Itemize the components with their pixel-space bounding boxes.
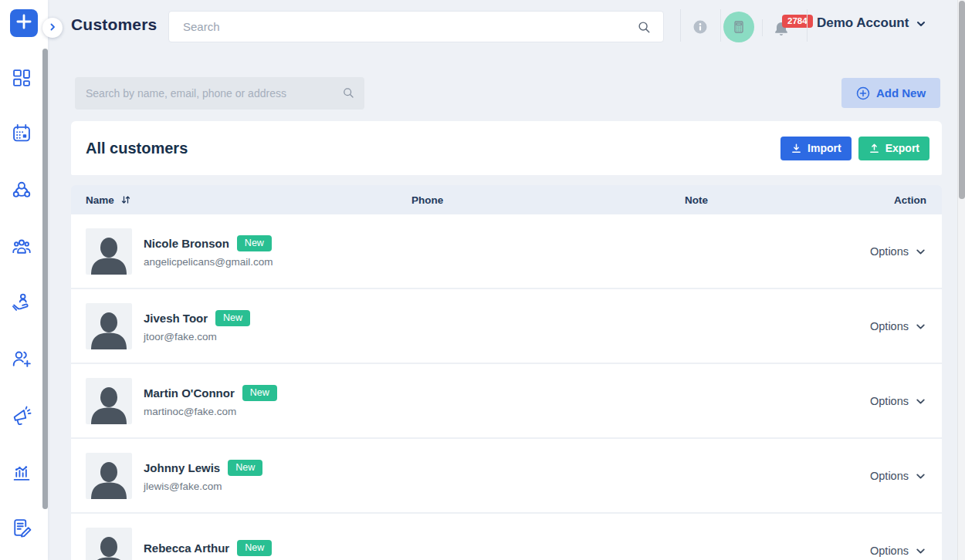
customer-filter-search bbox=[75, 77, 364, 110]
calculator-button[interactable] bbox=[723, 12, 754, 42]
sidebar-expand-button[interactable] bbox=[42, 18, 63, 38]
help-button[interactable] bbox=[693, 20, 707, 34]
panel-actions: Import Export bbox=[780, 137, 929, 160]
search-icon[interactable] bbox=[637, 20, 651, 34]
options-label: Options bbox=[870, 245, 909, 258]
options-dropdown[interactable]: Options bbox=[870, 245, 926, 258]
divider bbox=[807, 9, 808, 42]
sidebar-item-add-contact[interactable] bbox=[10, 347, 33, 370]
customer-info: Martin O'Connor New martinoc@fake.com bbox=[144, 385, 277, 417]
customer-name: Nicole Bronson bbox=[144, 237, 229, 250]
global-search-input[interactable] bbox=[169, 12, 663, 42]
chevron-right-icon bbox=[48, 22, 57, 34]
person-silhouette-icon bbox=[86, 228, 132, 275]
app-logo[interactable] bbox=[10, 9, 38, 37]
plus-circle-icon bbox=[856, 86, 870, 100]
customer-email: angelicpelicans@gmail.com bbox=[144, 256, 273, 268]
options-dropdown[interactable]: Options bbox=[870, 319, 926, 332]
sidebar-item-calendar[interactable] bbox=[10, 122, 33, 145]
panel-title: All customers bbox=[86, 140, 188, 157]
plus-logo-icon bbox=[14, 12, 34, 35]
chevron-down-icon bbox=[915, 545, 926, 557]
table-row[interactable]: Nicole Bronson New angelicpelicans@gmail… bbox=[71, 214, 942, 289]
table-header: Name Phone Note Action bbox=[71, 185, 942, 214]
chevron-down-icon bbox=[915, 396, 926, 407]
options-dropdown[interactable]: Options bbox=[870, 394, 926, 407]
status-badge: New bbox=[237, 235, 272, 251]
column-header-phone: Phone bbox=[411, 194, 685, 206]
sidebar-item-dashboard[interactable] bbox=[10, 66, 33, 89]
sidebar-item-customers[interactable] bbox=[10, 234, 33, 258]
customer-cell: Martin O'Connor New martinoc@fake.com bbox=[86, 378, 411, 424]
add-new-label: Add New bbox=[876, 86, 926, 100]
search-icon[interactable] bbox=[342, 86, 354, 99]
export-label: Export bbox=[885, 142, 919, 154]
sidebar-item-notes[interactable] bbox=[10, 516, 33, 539]
customer-name: Rebecca Arthur bbox=[144, 541, 229, 555]
import-label: Import bbox=[808, 142, 841, 154]
sidebar-item-marketing[interactable] bbox=[10, 404, 33, 427]
page-scrollbar-thumb[interactable] bbox=[959, 1, 965, 199]
export-button[interactable]: Export bbox=[858, 137, 929, 160]
person-silhouette-icon bbox=[86, 378, 132, 424]
calendar-icon bbox=[11, 123, 32, 144]
status-badge: New bbox=[215, 310, 250, 326]
sidebar-scrollbar-thumb[interactable] bbox=[42, 49, 48, 509]
sidebar-item-analytics[interactable] bbox=[10, 460, 33, 484]
customer-avatar bbox=[86, 453, 132, 499]
customer-cell: Johnny Lewis New jlewis@fake.com bbox=[86, 453, 411, 499]
options-dropdown[interactable]: Options bbox=[870, 544, 926, 557]
table-row[interactable]: Jivesh Toor New jtoor@fake.com Options bbox=[71, 289, 942, 364]
column-header-note: Note bbox=[685, 194, 894, 206]
customers-group-icon bbox=[11, 235, 32, 257]
name-column-label: Name bbox=[86, 194, 114, 206]
customer-info: Rebecca Arthur New bbox=[144, 540, 272, 560]
customer-name: Martin O'Connor bbox=[144, 386, 235, 400]
account-dropdown[interactable]: Demo Account bbox=[817, 0, 926, 46]
customer-info: Jivesh Toor New jtoor@fake.com bbox=[144, 310, 250, 342]
account-name: Demo Account bbox=[817, 15, 909, 31]
marketing-megaphone-icon bbox=[11, 405, 32, 427]
page-title: Customers bbox=[71, 15, 157, 34]
table-row[interactable]: Johnny Lewis New jlewis@fake.com Options bbox=[71, 439, 942, 514]
info-icon bbox=[693, 20, 707, 34]
upload-icon bbox=[868, 143, 880, 154]
customer-avatar bbox=[86, 303, 132, 349]
options-label: Options bbox=[870, 320, 909, 332]
divider bbox=[680, 9, 681, 42]
page-scrollbar-track bbox=[957, 0, 965, 560]
global-search bbox=[168, 11, 664, 42]
customer-cell: Rebecca Arthur New bbox=[86, 528, 411, 560]
customer-cell: Jivesh Toor New jtoor@fake.com bbox=[86, 303, 411, 349]
options-dropdown[interactable]: Options bbox=[870, 469, 926, 482]
status-badge: New bbox=[237, 540, 272, 556]
customer-email: jtoor@fake.com bbox=[144, 331, 250, 342]
sidebar-item-pipeline[interactable] bbox=[10, 178, 33, 201]
options-label: Options bbox=[870, 470, 909, 482]
customer-avatar bbox=[86, 528, 132, 560]
status-badge: New bbox=[228, 460, 262, 476]
chevron-down-icon bbox=[916, 19, 926, 29]
customer-info: Johnny Lewis New jlewis@fake.com bbox=[144, 460, 262, 492]
column-header-name[interactable]: Name bbox=[86, 194, 411, 206]
person-silhouette-icon bbox=[86, 453, 132, 499]
options-label: Options bbox=[870, 395, 909, 407]
customer-avatar bbox=[86, 228, 132, 275]
calculator-icon bbox=[731, 19, 747, 35]
customer-avatar bbox=[86, 378, 132, 424]
table-row[interactable]: Rebecca Arthur New Options bbox=[71, 514, 942, 560]
add-contact-icon bbox=[11, 348, 32, 369]
add-new-button[interactable]: Add New bbox=[841, 78, 940, 108]
customer-filter-input[interactable] bbox=[75, 77, 364, 110]
share-network-icon bbox=[11, 179, 32, 201]
chevron-down-icon bbox=[915, 246, 926, 258]
notification-count-badge: 2784 bbox=[782, 15, 813, 28]
chevron-down-icon bbox=[915, 471, 926, 482]
table-row[interactable]: Martin O'Connor New martinoc@fake.com Op… bbox=[71, 364, 942, 439]
dashboard-icon bbox=[11, 67, 32, 89]
top-bar: Customers 2784 Demo Account bbox=[48, 0, 965, 46]
customer-cell: Nicole Bronson New angelicpelicans@gmail… bbox=[86, 228, 411, 275]
customer-email: martinoc@fake.com bbox=[144, 406, 277, 417]
import-button[interactable]: Import bbox=[780, 137, 852, 160]
sidebar-item-customer-care[interactable] bbox=[10, 291, 33, 314]
